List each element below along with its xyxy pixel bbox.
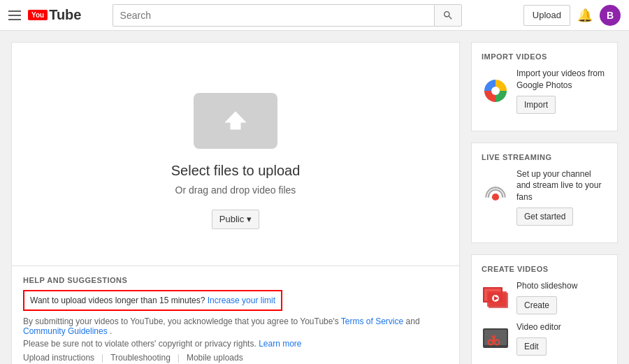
get-started-button[interactable]: Get started [516,208,573,226]
help-title: HELP AND SUGGESTIONS [23,276,448,284]
svg-rect-0 [231,122,241,129]
privacy-label: Public [219,214,244,224]
help-tos-text: By submitting your videos to YouTube, yo… [23,316,448,336]
tos-and: and [406,316,420,326]
tos-link[interactable]: Terms of Service [341,316,403,326]
slideshow-item: Photo slideshow Create [482,280,607,314]
youtube-logo-box: You [28,10,48,20]
divider-1: | [101,353,103,363]
divider-2: | [178,353,180,363]
upload-subtitle: Or drag and drop video files [175,184,296,196]
limit-text: Want to upload videos longer than 15 min… [30,296,205,305]
import-item: Import your videos from Google Photos Im… [482,68,607,114]
privacy-arrow-icon: ▾ [247,214,252,224]
learn-more-link[interactable]: Learn more [259,339,301,349]
upload-dropzone[interactable]: Select files to upload Or drag and drop … [12,43,459,265]
editor-icon [482,324,509,352]
upload-arrow-icon [218,103,253,138]
import-videos-card: IMPORT VIDEOS Import your videos from Go… [471,42,618,131]
live-desc: Set up your channel and stream live to y… [516,168,607,203]
upload-header-button[interactable]: Upload [523,5,570,26]
help-links: Upload instructions | Troubleshooting | … [23,353,448,363]
tos-pre: By submitting your videos to YouTube, yo… [23,316,339,326]
mobile-uploads-link[interactable]: Mobile uploads [187,353,243,363]
privacy-dropdown[interactable]: Public ▾ [212,210,259,229]
live-streaming-card: LIVE STREAMING Set up your channel and s… [471,143,618,243]
privacy-text: Please be sure not to violate others' co… [23,339,256,349]
sidebar: IMPORT VIDEOS Import your videos from Go… [471,42,618,364]
slideshow-title: Photo slideshow [516,280,607,292]
search-button[interactable] [434,4,462,27]
svg-point-2 [491,87,500,95]
upload-section: Select files to upload Or drag and drop … [11,42,460,364]
google-photos-icon [482,77,509,105]
import-button[interactable]: Import [516,96,556,114]
live-streaming-icon [482,183,509,211]
search-input[interactable] [113,4,434,27]
svg-marker-1 [224,111,246,122]
search-icon [442,10,454,21]
header-right: Upload 🔔 B [523,5,621,26]
live-title: LIVE STREAMING [482,153,607,161]
header-left: You Tube [8,7,81,23]
hamburger-icon[interactable] [8,10,21,20]
header: You Tube Upload 🔔 B [0,0,629,31]
upload-icon-box [194,93,277,149]
edit-button[interactable]: Edit [516,337,547,356]
increase-limit-link[interactable]: Increase your limit [208,296,275,305]
main-container: Select files to upload Or drag and drop … [0,31,629,364]
slideshow-text: Photo slideshow Create [516,280,607,314]
create-slideshow-button[interactable]: Create [516,296,557,314]
slideshow-icon [482,283,509,311]
upload-title: Select files to upload [171,163,301,179]
live-item: Set up your channel and stream live to y… [482,168,607,226]
search-bar [113,4,462,27]
tos-post: . [110,326,112,336]
help-highlight-box: Want to upload videos longer than 15 min… [23,290,282,311]
guidelines-link[interactable]: Community Guidelines [23,326,108,336]
editor-title: Video editor [516,321,607,333]
editor-item: Video editor Edit [482,321,607,356]
avatar[interactable]: B [600,5,621,26]
import-desc: Import your videos from Google Photos [516,68,607,92]
import-title: IMPORT VIDEOS [482,52,607,61]
upload-instructions-link[interactable]: Upload instructions [23,353,94,363]
troubleshooting-link[interactable]: Troubleshooting [110,353,171,363]
editor-text: Video editor Edit [516,321,607,356]
import-text: Import your videos from Google Photos Im… [516,68,607,114]
create-videos-card: CREATE VIDEOS Photo slideshow Create [471,254,618,364]
create-title: CREATE VIDEOS [482,265,607,273]
svg-point-3 [492,194,499,201]
help-privacy-text: Please be sure not to violate others' co… [23,339,448,349]
youtube-logo-text: Tube [49,7,81,23]
live-text: Set up your channel and stream live to y… [516,168,607,226]
youtube-logo: You Tube [28,7,81,23]
help-section: HELP AND SUGGESTIONS Want to upload vide… [12,265,459,364]
bell-icon[interactable]: 🔔 [577,8,593,23]
